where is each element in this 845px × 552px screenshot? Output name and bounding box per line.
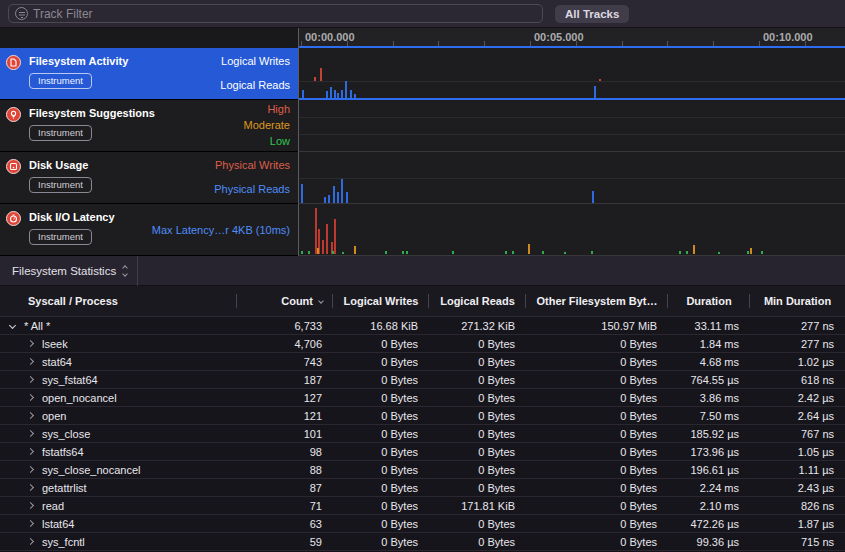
- duration-cell: 4.68 ms: [668, 353, 750, 370]
- all-tracks-button[interactable]: All Tracks: [555, 5, 629, 23]
- graph-spike-low: [332, 251, 334, 254]
- table-row[interactable]: lseek4,7060 Bytes0 Bytes0 Bytes1.84 ms27…: [0, 335, 845, 353]
- table-row[interactable]: sys_close_nocancel880 Bytes0 Bytes0 Byte…: [0, 461, 845, 479]
- table-row[interactable]: read710 Bytes171.81 KiB0 Bytes2.10 ms826…: [0, 497, 845, 515]
- track-legend-label: Physical Reads: [163, 183, 290, 195]
- disclosure-collapsed-icon[interactable]: [27, 448, 34, 455]
- disclosure-collapsed-icon[interactable]: [27, 430, 34, 437]
- logical-writes-cell: 0 Bytes: [333, 353, 429, 370]
- graph-spike-low: [385, 251, 387, 254]
- table-row[interactable]: lstat64630 Bytes0 Bytes0 Bytes472.26 µs1…: [0, 515, 845, 533]
- disclosure-collapsed-icon[interactable]: [27, 394, 34, 401]
- syscall-cell: fstatfs64: [0, 443, 237, 460]
- count-cell: 87: [237, 479, 333, 496]
- count-cell: 59: [237, 533, 333, 550]
- other-cell: 0 Bytes: [526, 479, 668, 496]
- logical-reads-cell: 0 Bytes: [429, 371, 526, 388]
- disclosure-expanded-icon[interactable]: [9, 322, 16, 329]
- column-header-logical-reads[interactable]: Logical Reads: [429, 286, 526, 316]
- graph-spike-low: [718, 252, 720, 254]
- disclosure-collapsed-icon[interactable]: [27, 502, 34, 509]
- logical-reads-cell: 0 Bytes: [429, 389, 526, 406]
- syscall-name: open: [42, 407, 66, 424]
- other-cell: 0 Bytes: [526, 407, 668, 424]
- syscall-name: fstatfs64: [42, 443, 84, 460]
- duration-cell: 2.24 ms: [668, 479, 750, 496]
- graph-spike-low: [505, 251, 507, 254]
- other-cell: 0 Bytes: [526, 371, 668, 388]
- count-cell: 88: [237, 461, 333, 478]
- disk-icon: [6, 159, 21, 174]
- graph-disk-io-latency[interactable]: [299, 204, 845, 256]
- syscall-name: getattrlist: [42, 479, 87, 496]
- logical-reads-cell: 0 Bytes: [429, 353, 526, 370]
- disclosure-collapsed-icon[interactable]: [27, 484, 34, 491]
- graph-spike-high: [334, 219, 336, 254]
- ruler-tick: [438, 41, 439, 46]
- disclosure-collapsed-icon[interactable]: [27, 538, 34, 545]
- table-row[interactable]: getattrlist870 Bytes0 Bytes0 Bytes2.24 m…: [0, 479, 845, 497]
- track-row-filesystem-suggestions[interactable]: Filesystem Suggestions Instrument High M…: [0, 100, 298, 152]
- logical-reads-cell: 171.81 KiB: [429, 497, 526, 514]
- other-cell: 0 Bytes: [526, 497, 668, 514]
- column-header-duration[interactable]: Duration: [668, 286, 750, 316]
- column-header-min-duration[interactable]: Min Duration: [750, 286, 845, 316]
- table-row[interactable]: open1210 Bytes0 Bytes0 Bytes7.50 ms2.64 …: [0, 407, 845, 425]
- track-legend-label: Logical Writes: [163, 55, 290, 67]
- logical-writes-cell: 0 Bytes: [333, 335, 429, 352]
- graph-spike-low: [761, 251, 763, 254]
- track-legend-label: Max Latency…r 4KB (10ms): [123, 224, 290, 236]
- column-header-other-filesystem-bytes[interactable]: Other Filesystem Byt…: [526, 286, 668, 316]
- other-cell: 0 Bytes: [526, 443, 668, 460]
- logical-writes-cell: 0 Bytes: [333, 533, 429, 550]
- track-row-filesystem-activity[interactable]: Filesystem Activity Instrument Logical W…: [0, 48, 298, 100]
- graph-spike-physical-reads: [301, 184, 303, 203]
- min-duration-cell: 715 ns: [750, 533, 845, 550]
- column-header-logical-writes[interactable]: Logical Writes: [333, 286, 429, 316]
- logical-writes-cell: 0 Bytes: [333, 443, 429, 460]
- top-toolbar: Track Filter All Tracks: [0, 0, 845, 28]
- ruler-time-label: 00:10.000: [763, 31, 813, 43]
- logical-writes-cell: 0 Bytes: [333, 425, 429, 442]
- disclosure-collapsed-icon[interactable]: [27, 412, 34, 419]
- graph-divider: [299, 178, 845, 179]
- statistics-panel: Filesystem Statistics Syscall / Process …: [0, 256, 845, 551]
- ruler-tick: [667, 41, 668, 46]
- syscall-cell: sys_close: [0, 425, 237, 442]
- disclosure-collapsed-icon[interactable]: [27, 376, 34, 383]
- graph-spike-physical-reads: [333, 186, 335, 203]
- column-header-count[interactable]: Count: [237, 286, 333, 316]
- detail-view-selector[interactable]: Filesystem Statistics: [12, 265, 116, 277]
- column-header-syscall-process[interactable]: Syscall / Process: [0, 286, 237, 316]
- disclosure-collapsed-icon[interactable]: [27, 520, 34, 527]
- graph-spike-low: [686, 251, 688, 254]
- timeline-ruler[interactable]: 00:00.00000:05.00000:10.000: [299, 28, 845, 48]
- table-row[interactable]: sys_fcntl590 Bytes0 Bytes0 Bytes99.36 µs…: [0, 533, 845, 551]
- disclosure-collapsed-icon[interactable]: [27, 340, 34, 347]
- duration-cell: 185.92 µs: [668, 425, 750, 442]
- table-row[interactable]: stat647430 Bytes0 Bytes0 Bytes4.68 ms1.0…: [0, 353, 845, 371]
- graph-filesystem-activity[interactable]: [299, 48, 845, 100]
- ruler-tick: [301, 41, 302, 46]
- graph-filesystem-suggestions[interactable]: [299, 100, 845, 152]
- instruments-window: Track Filter All Tracks Filesystem Activ…: [0, 0, 845, 552]
- disclosure-collapsed-icon[interactable]: [27, 466, 34, 473]
- graph-disk-usage[interactable]: [299, 152, 845, 204]
- table-row[interactable]: sys_fstat641870 Bytes0 Bytes0 Bytes764.5…: [0, 371, 845, 389]
- disclosure-collapsed-icon[interactable]: [27, 358, 34, 365]
- track-filter-input[interactable]: Track Filter: [8, 4, 543, 23]
- syscall-cell: read: [0, 497, 237, 514]
- syscall-name: sys_fcntl: [42, 533, 85, 550]
- table-row[interactable]: * All *6,73316.68 KiB271.32 KiB150.97 Mi…: [0, 317, 845, 335]
- graph-divider: [299, 134, 845, 135]
- logical-writes-cell: 0 Bytes: [333, 461, 429, 478]
- min-duration-cell: 2.64 µs: [750, 407, 845, 424]
- table-row[interactable]: open_nocancel1270 Bytes0 Bytes0 Bytes3.8…: [0, 389, 845, 407]
- syscall-cell: lstat64: [0, 515, 237, 532]
- track-row-disk-usage[interactable]: Disk Usage Instrument Physical Writes Ph…: [0, 152, 298, 204]
- min-duration-cell: 1.02 µs: [750, 353, 845, 370]
- table-row[interactable]: sys_close1010 Bytes0 Bytes0 Bytes185.92 …: [0, 425, 845, 443]
- table-row[interactable]: fstatfs64980 Bytes0 Bytes0 Bytes173.96 µ…: [0, 443, 845, 461]
- other-cell: 0 Bytes: [526, 425, 668, 442]
- track-row-disk-io-latency[interactable]: Disk I/O Latency Instrument Max Latency……: [0, 204, 298, 256]
